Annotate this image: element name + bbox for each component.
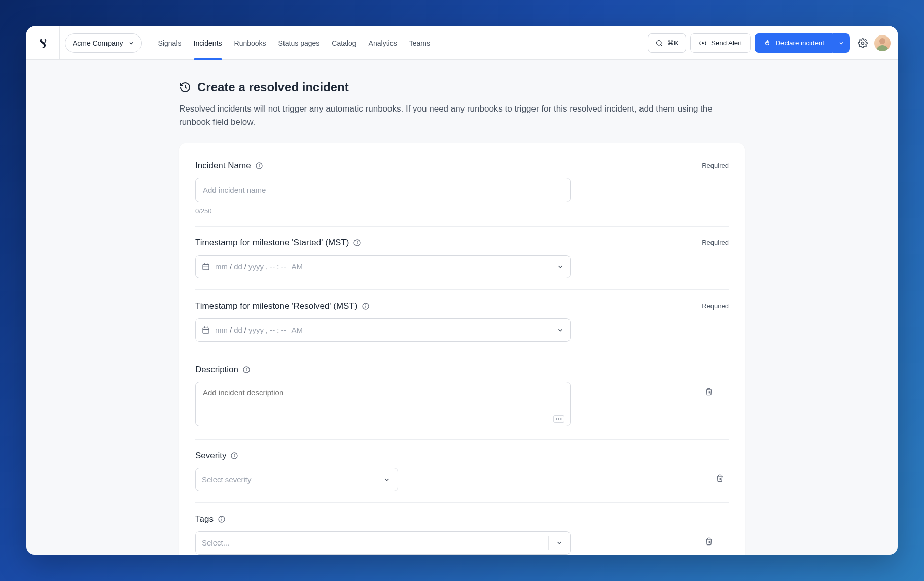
trash-icon: [705, 388, 713, 396]
search-icon: [655, 39, 663, 47]
svg-point-2: [702, 42, 704, 44]
info-icon[interactable]: [230, 452, 238, 460]
tags-label: Tags: [195, 514, 214, 524]
svg-line-1: [661, 45, 662, 46]
declare-incident-button[interactable]: Declare incident: [755, 33, 833, 53]
chevron-down-icon: [838, 40, 844, 46]
nav-runbooks[interactable]: Runbooks: [228, 26, 272, 60]
svg-point-0: [657, 40, 661, 45]
field-severity: Severity Select severity: [195, 440, 729, 503]
fire-icon: [763, 39, 771, 47]
markdown-badge: •••: [553, 415, 564, 423]
nav-analytics[interactable]: Analytics: [363, 26, 403, 60]
gear-icon: [858, 38, 868, 48]
content-scroll[interactable]: Create a resolved incident Resolved inci…: [26, 60, 898, 555]
char-counter: 0/250: [195, 207, 571, 215]
calendar-icon: [202, 263, 210, 271]
svg-point-16: [365, 305, 366, 305]
nav-signals[interactable]: Signals: [152, 26, 188, 60]
delete-tags-button[interactable]: [700, 531, 718, 546]
field-description: Description •••: [195, 353, 729, 440]
settings-button[interactable]: [853, 33, 872, 53]
incident-name-input[interactable]: [195, 178, 571, 202]
info-icon[interactable]: [255, 162, 263, 170]
app-logo-icon: [37, 37, 49, 49]
search-button[interactable]: ⌘K: [648, 33, 686, 53]
nav-status-pages[interactable]: Status pages: [272, 26, 326, 60]
company-name: Acme Company: [73, 39, 123, 47]
severity-placeholder: Select severity: [202, 475, 252, 484]
svg-point-23: [246, 368, 247, 369]
history-icon: [179, 81, 191, 93]
page-title: Create a resolved incident: [197, 80, 349, 94]
chevron-down-icon: [557, 263, 564, 270]
app-window: Acme Company Signals Incidents Runbooks …: [26, 26, 898, 555]
svg-point-26: [234, 454, 235, 455]
page-heading: Create a resolved incident: [179, 80, 745, 94]
chevron-down-icon: [556, 539, 563, 547]
field-tags: Tags Select...: [195, 503, 729, 555]
svg-point-3: [862, 42, 864, 44]
primary-nav: Signals Incidents Runbooks Status pages …: [152, 26, 436, 60]
required-label: Required: [702, 302, 729, 310]
field-timestamp-resolved: Timestamp for milestone 'Resolved' (MST)…: [195, 290, 729, 353]
trash-icon: [716, 474, 724, 482]
timestamp-resolved-label: Timestamp for milestone 'Resolved' (MST): [195, 301, 358, 311]
severity-label: Severity: [195, 451, 226, 461]
form-card: Incident Name Required 0/250: [179, 143, 745, 555]
description-textarea[interactable]: [195, 382, 571, 426]
nav-catalog[interactable]: Catalog: [326, 26, 362, 60]
user-avatar[interactable]: [874, 35, 891, 51]
top-nav: Acme Company Signals Incidents Runbooks …: [26, 26, 898, 60]
page-description: Resolved incidents will not trigger any …: [179, 102, 745, 129]
timestamp-resolved-input[interactable]: mm/ dd/ yyyy, --: -- AM: [195, 318, 571, 342]
broadcast-icon: [699, 39, 707, 47]
svg-rect-10: [203, 264, 209, 270]
delete-description-button[interactable]: [700, 382, 718, 396]
nav-teams[interactable]: Teams: [403, 26, 436, 60]
chevron-down-icon: [128, 40, 134, 46]
svg-point-29: [222, 518, 222, 518]
declare-incident-dropdown[interactable]: [833, 33, 850, 53]
info-icon[interactable]: [362, 302, 370, 310]
send-alert-button[interactable]: Send Alert: [690, 33, 751, 53]
svg-rect-17: [203, 328, 209, 333]
datetime-placeholder: mm/ dd/ yyyy, --: -- AM: [215, 262, 303, 271]
field-incident-name: Incident Name Required 0/250: [195, 150, 729, 227]
company-switcher[interactable]: Acme Company: [65, 33, 142, 53]
info-icon[interactable]: [218, 515, 226, 523]
logo-cell: [26, 26, 60, 60]
chevron-down-icon: [383, 476, 390, 483]
search-shortcut: ⌘K: [667, 39, 679, 47]
required-label: Required: [702, 162, 729, 169]
send-alert-label: Send Alert: [711, 39, 742, 47]
declare-incident-label: Declare incident: [775, 39, 824, 47]
svg-point-6: [259, 164, 259, 165]
trash-icon: [705, 537, 713, 546]
field-timestamp-started: Timestamp for milestone 'Started' (MST) …: [195, 227, 729, 290]
datetime-placeholder: mm/ dd/ yyyy, --: -- AM: [215, 325, 303, 334]
delete-severity-button[interactable]: [710, 468, 729, 482]
calendar-icon: [202, 326, 210, 334]
incident-name-label: Incident Name: [195, 161, 251, 171]
tags-placeholder: Select...: [202, 538, 229, 547]
chevron-down-icon: [557, 326, 564, 334]
required-label: Required: [702, 239, 729, 246]
timestamp-started-input[interactable]: mm/ dd/ yyyy, --: -- AM: [195, 255, 571, 278]
tags-select[interactable]: Select...: [195, 531, 571, 555]
timestamp-started-label: Timestamp for milestone 'Started' (MST): [195, 238, 349, 248]
nav-incidents[interactable]: Incidents: [188, 26, 228, 60]
page: Create a resolved incident Resolved inci…: [163, 80, 761, 555]
severity-select[interactable]: Select severity: [195, 468, 398, 491]
description-label: Description: [195, 365, 238, 375]
svg-point-9: [357, 241, 358, 242]
info-icon[interactable]: [242, 366, 251, 374]
info-icon[interactable]: [353, 239, 361, 247]
